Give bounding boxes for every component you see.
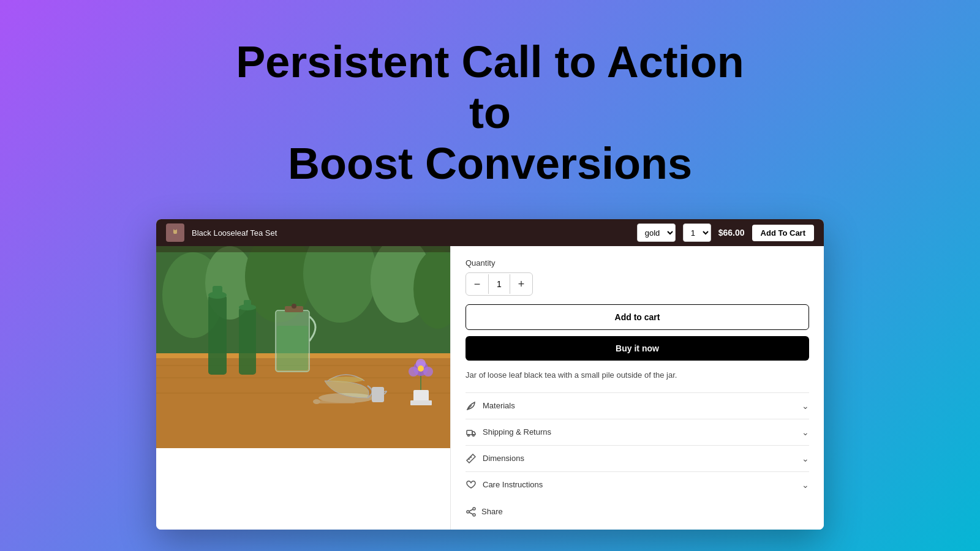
buy-now-button[interactable]: Buy it now (466, 336, 809, 361)
quantity-label: Quantity (466, 258, 809, 268)
quantity-decrement-button[interactable]: − (466, 273, 488, 295)
product-image-container (156, 246, 450, 448)
sticky-product-name: Black Looseleaf Tea Set (192, 228, 407, 238)
quantity-control: − 1 + (466, 272, 533, 296)
quantity-increment-button[interactable]: + (510, 273, 532, 295)
product-thumb-icon (169, 227, 181, 239)
accordion-shipping[interactable]: Shipping & Returns ⌄ (466, 419, 809, 445)
svg-point-41 (468, 434, 470, 436)
svg-rect-18 (213, 286, 222, 297)
svg-point-33 (409, 367, 418, 377)
product-description: Jar of loose leaf black tea with a small… (466, 369, 809, 381)
quantity-value: 1 (488, 274, 510, 294)
svg-rect-37 (318, 400, 355, 403)
svg-rect-10 (156, 246, 450, 252)
share-label: Share (481, 507, 503, 516)
heart-icon (466, 479, 477, 490)
shipping-label: Shipping & Returns (483, 427, 551, 437)
svg-point-2 (174, 228, 176, 230)
svg-point-42 (473, 434, 475, 436)
svg-point-36 (418, 365, 424, 372)
svg-point-38 (313, 399, 320, 404)
sticky-color-select[interactable]: gold (637, 223, 676, 242)
svg-point-27 (329, 377, 363, 383)
accordion-care[interactable]: Care Instructions ⌄ (466, 471, 809, 498)
shipping-chevron-icon: ⌄ (802, 427, 809, 437)
materials-chevron-icon: ⌄ (802, 401, 809, 411)
add-to-cart-button[interactable]: Add to cart (466, 304, 809, 330)
share-row[interactable]: Share (466, 506, 809, 517)
dimensions-label: Dimensions (483, 454, 524, 463)
accordion-materials[interactable]: Materials ⌄ (466, 392, 809, 419)
tea-scene-svg (156, 246, 450, 448)
svg-line-48 (469, 509, 473, 511)
ruler-icon (466, 453, 477, 464)
svg-point-47 (473, 514, 475, 516)
svg-rect-16 (208, 295, 227, 375)
svg-point-34 (423, 367, 433, 377)
svg-rect-30 (410, 400, 432, 405)
svg-line-49 (469, 512, 473, 514)
truck-icon (466, 427, 477, 438)
sticky-price: $66.00 (718, 228, 745, 238)
sticky-add-to-cart-button[interactable]: Add To Cart (752, 225, 814, 241)
browser-window: Black Looseleaf Tea Set gold 1 $66.00 Ad… (156, 219, 824, 530)
svg-point-45 (473, 508, 475, 510)
page-headline: Persistent Call to Action to Boost Conve… (214, 37, 766, 189)
svg-rect-21 (244, 300, 251, 309)
svg-point-46 (467, 511, 469, 513)
accordion-dimensions[interactable]: Dimensions ⌄ (466, 445, 809, 471)
product-area: Quantity − 1 + Add to cart Buy it now Ja… (156, 246, 824, 530)
sticky-bar: Black Looseleaf Tea Set gold 1 $66.00 Ad… (156, 219, 824, 246)
leaf-icon (466, 400, 477, 411)
care-chevron-icon: ⌄ (802, 480, 809, 490)
svg-rect-19 (239, 307, 256, 375)
svg-rect-40 (467, 430, 472, 435)
share-icon (466, 506, 477, 517)
sticky-product-thumbnail (166, 223, 184, 242)
svg-point-25 (292, 304, 296, 309)
product-right-panel: Quantity − 1 + Add to cart Buy it now Ja… (450, 246, 824, 530)
svg-rect-23 (277, 326, 308, 370)
materials-label: Materials (483, 401, 515, 410)
sticky-quantity-select[interactable]: 1 (683, 223, 711, 242)
dimensions-chevron-icon: ⌄ (802, 454, 809, 463)
product-image (156, 246, 450, 448)
svg-rect-28 (372, 387, 384, 402)
care-label: Care Instructions (483, 480, 543, 489)
